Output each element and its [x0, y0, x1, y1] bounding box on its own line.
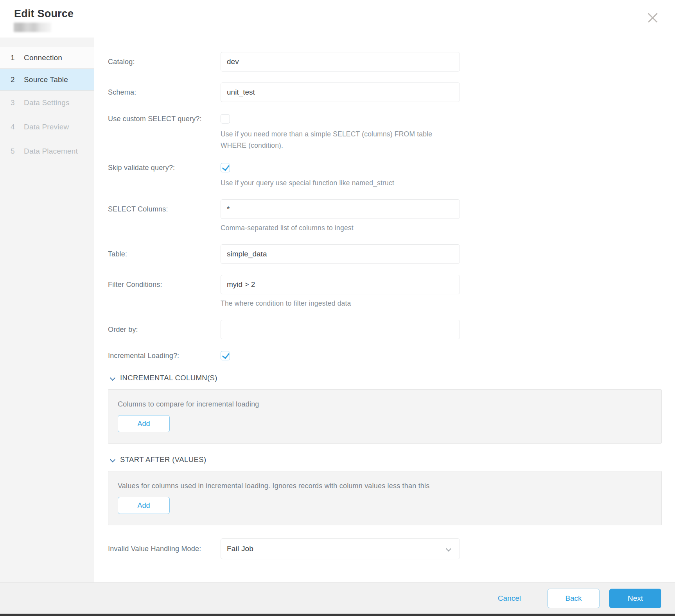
schema-label: Schema: — [108, 82, 221, 102]
sidebar-item-data-preview[interactable]: 4 Data Preview — [0, 115, 94, 139]
section-title: INCREMENTAL COLUMN(S) — [120, 374, 217, 382]
invalid-value-handling-mode-label: Invalid Value Handling Mode: — [108, 538, 221, 559]
helper-text: Use if your query use special function l… — [221, 177, 434, 189]
field-row-catalog: Catalog: — [108, 52, 662, 72]
order-by-input[interactable] — [221, 320, 460, 339]
modal-footer: Cancel Back Next — [0, 582, 675, 614]
helper-text: The where condition to filter ingested d… — [221, 298, 434, 309]
chevron-down-icon[interactable] — [110, 457, 115, 462]
field-row-incremental-loading: Incremental Loading?: — [108, 351, 662, 362]
step-number: 2 — [11, 75, 24, 84]
field-row-use-custom-select-query: Use custom SELECT query?: Use if you nee… — [108, 114, 662, 151]
helper-text: Comma-separated list of columns to inges… — [221, 222, 434, 234]
field-row-invalid-value-handling-mode: Invalid Value Handling Mode: Fail Job — [108, 538, 662, 559]
step-label: Data Placement — [24, 147, 78, 156]
sidebar-item-source-table[interactable]: 2 Source Table — [0, 69, 94, 91]
selected-option: Fail Job — [227, 544, 253, 553]
page-background-edge — [0, 614, 675, 616]
step-number: 5 — [11, 147, 24, 156]
incremental-loading-label: Incremental Loading?: — [108, 351, 221, 360]
skip-validate-query-checkbox[interactable] — [221, 163, 230, 172]
edit-source-modal: Edit Source 1 Connection 2 Source Table … — [0, 0, 675, 616]
incremental-loading-checkbox[interactable] — [221, 351, 230, 360]
incremental-columns-panel: Columns to compare for incremental loadi… — [108, 389, 662, 444]
field-row-table: Table: — [108, 244, 662, 264]
field-row-schema: Schema: — [108, 82, 662, 102]
incremental-columns-section-header[interactable]: INCREMENTAL COLUMN(S) — [110, 374, 662, 382]
filter-conditions-label: Filter Conditions: — [108, 275, 221, 294]
schema-input[interactable] — [221, 82, 460, 102]
sidebar-item-connection[interactable]: 1 Connection — [0, 47, 94, 69]
step-number: 4 — [11, 123, 24, 131]
panel-description: Columns to compare for incremental loadi… — [118, 400, 652, 408]
chevron-down-icon — [446, 546, 451, 551]
field-row-filter-conditions: Filter Conditions: The where condition t… — [108, 275, 662, 309]
table-input[interactable] — [221, 244, 460, 264]
chevron-down-icon[interactable] — [110, 376, 115, 380]
next-button[interactable]: Next — [609, 589, 661, 608]
field-row-select-columns: SELECT Columns: Comma-separated list of … — [108, 199, 662, 234]
skip-validate-query-label: Skip validate query?: — [108, 163, 221, 172]
wizard-sidebar: 1 Connection 2 Source Table 3 Data Setti… — [0, 38, 94, 582]
add-start-after-value-button[interactable]: Add — [118, 497, 170, 514]
order-by-label: Order by: — [108, 320, 221, 339]
catalog-input[interactable] — [221, 52, 460, 72]
filter-conditions-input[interactable] — [221, 275, 460, 294]
panel-description: Values for columns used in incremental l… — [118, 482, 652, 490]
use-custom-select-query-checkbox[interactable] — [221, 114, 230, 124]
step-number: 3 — [11, 98, 24, 107]
step-label: Connection — [24, 54, 62, 62]
select-columns-label: SELECT Columns: — [108, 199, 221, 219]
invalid-value-handling-mode-select[interactable]: Fail Job — [221, 538, 460, 559]
section-title: START AFTER (VALUES) — [120, 455, 206, 464]
redacted-subtitle — [14, 23, 51, 32]
start-after-values-panel: Values for columns used in incremental l… — [108, 471, 662, 525]
step-label: Data Preview — [24, 123, 69, 131]
form-area: Catalog: Schema: Use custom SELECT query… — [94, 38, 675, 582]
select-columns-input[interactable] — [221, 199, 460, 219]
field-row-order-by: Order by: — [108, 320, 662, 339]
close-icon[interactable] — [647, 12, 659, 23]
catalog-label: Catalog: — [108, 52, 221, 72]
start-after-values-section-header[interactable]: START AFTER (VALUES) — [110, 455, 662, 464]
sidebar-item-data-placement[interactable]: 5 Data Placement — [0, 139, 94, 163]
step-number: 1 — [11, 54, 24, 62]
page-title: Edit Source — [14, 8, 74, 20]
modal-header: Edit Source — [0, 0, 675, 38]
back-button[interactable]: Back — [548, 589, 600, 608]
use-custom-select-query-label: Use custom SELECT query?: — [108, 114, 221, 124]
field-row-skip-validate-query: Skip validate query?: Use if your query … — [108, 163, 662, 189]
cancel-button[interactable]: Cancel — [498, 594, 521, 603]
add-incremental-column-button[interactable]: Add — [118, 415, 170, 432]
step-label: Source Table — [24, 75, 68, 84]
sidebar-item-data-settings[interactable]: 3 Data Settings — [0, 91, 94, 115]
table-label: Table: — [108, 244, 221, 264]
step-label: Data Settings — [24, 98, 70, 107]
helper-text: Use if you need more than a simple SELEC… — [221, 129, 434, 151]
